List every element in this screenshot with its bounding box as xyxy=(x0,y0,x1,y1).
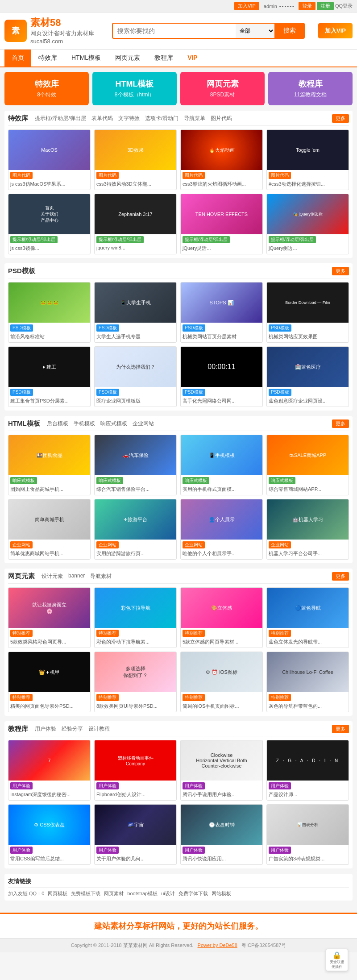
cat-block-webel[interactable]: 网页元素 8PSD素材 xyxy=(180,72,265,105)
effects-tag-5: 提示框/浮动层/弹出层 xyxy=(10,236,58,243)
psd-item-6[interactable]: 为什么选择我们？ PSD模板 医疗企业网页模板版 xyxy=(94,346,177,407)
tutorials-cat-1[interactable]: 用户体验 xyxy=(35,725,56,733)
nav-item-webel[interactable]: 网页元素 xyxy=(108,50,147,66)
effects-item-6[interactable]: Zephaniah 3:17 提示框/浮动层/弹出层 jquery win8..… xyxy=(94,194,177,254)
tut-thumb-4: Z · G · A · D · I · N xyxy=(267,740,349,781)
psd-item-4[interactable]: Border Download — Film PSD模板 机械类网站应页效果图 xyxy=(266,282,349,343)
tut-item-6[interactable]: 🌌宇宙 用户体验 关于用户体验的几何... xyxy=(94,804,177,865)
effects-cat-6[interactable]: 图片代码 xyxy=(211,115,232,122)
vip-join-btn[interactable]: 加入VIP xyxy=(318,23,353,38)
section-html: HTML模板 后台模板 手机模板 响应式模板 企业网站 更多 🍱团购食品 响应式… xyxy=(4,416,353,563)
search-button[interactable]: 搜索 xyxy=(274,23,305,39)
tut-item-3[interactable]: ClockwiseHorizontal Vertical BothCounter… xyxy=(180,740,263,801)
friend-link-6[interactable]: 免费字体下载 xyxy=(178,890,208,897)
effects-item-3[interactable]: 🔥火焰动画 图片代码 css3酷炫的火焰图循环动画... xyxy=(180,129,263,190)
nav-item-effects[interactable]: 特效库 xyxy=(31,50,64,66)
tutorials-more-btn[interactable]: 更多 xyxy=(332,725,349,733)
html-item-4[interactable]: 🛍SALE商城APP 响应式模板 综合零售商城网站APP... xyxy=(266,435,349,495)
logo[interactable]: 素 素材58 网页设计省时省力素材库 sucai58.com xyxy=(4,16,94,46)
search-input[interactable] xyxy=(112,23,236,39)
webel-cat-3[interactable]: 导航素材 xyxy=(90,573,112,580)
html-item-2[interactable]: 🚗汽车保险 响应式模板 综合汽车销售保险平台... xyxy=(94,435,177,495)
nav-item-html[interactable]: HTML模板 xyxy=(64,50,108,66)
friend-link-7[interactable]: 网站模板 xyxy=(212,890,231,897)
tut-item-2[interactable]: 盟标移看动画事件Company 用户体验 Flipboard创始人设计... xyxy=(94,740,177,801)
html-item-6[interactable]: ✈旅游平台 企业网站 实用的游踪游旅行页... xyxy=(94,499,177,560)
effects-item-8[interactable]: 🎭 jQuery侧边栏 提示框/浮动层/弹出层 jQuery侧边... xyxy=(266,194,349,254)
friend-link-3[interactable]: 网页素材 xyxy=(104,890,124,897)
html-more-btn[interactable]: 更多 xyxy=(332,419,349,428)
html-item-1[interactable]: 🍱团购食品 响应式模板 团购网上食品高城手机... xyxy=(8,435,91,495)
effects-item-4[interactable]: Toggle 'em 图片代码 #css3动选择化选择按钮... xyxy=(266,129,349,190)
tut-item-4[interactable]: Z · G · A · D · I · N 用户体验 产品设计师... xyxy=(266,740,349,801)
vip-top-btn[interactable]: 加入VIP xyxy=(234,2,259,10)
cat-block-effects[interactable]: 特效库 8个特效 xyxy=(4,72,89,105)
friend-links-title: 友情链接 xyxy=(8,877,349,888)
psd-item-3[interactable]: STOPS 📊 PSD模板 机械类网站百页分层素材 xyxy=(180,282,263,343)
security-badge[interactable]: 🔒 安全联盟无插件 xyxy=(326,949,348,952)
tutorials-cat-3[interactable]: 设计教程 xyxy=(88,725,110,733)
html-cats: 后台模板 手机模板 响应式模板 企业网站 xyxy=(47,420,332,428)
html-cat-2[interactable]: 手机模板 xyxy=(74,420,95,428)
effects-cat-5[interactable]: 导航菜单 xyxy=(184,115,205,122)
webel-item-5[interactable]: 👑 ♦ 机甲 特别推荐 精美的网页面包导素外PSD... xyxy=(8,652,91,712)
effects-more-btn[interactable]: 更多 xyxy=(332,114,349,123)
psd-item-8[interactable]: 🏥蓝色医疗 PSD模板 蓝色创意医疗企业网页设... xyxy=(266,346,349,407)
webel-item-4[interactable]: 🔵蓝色导航 特别推荐 蓝色立体发光的导航带... xyxy=(266,587,349,648)
qq-btn[interactable]: QQ登录 xyxy=(335,3,353,9)
webel-item-7[interactable]: ⚙ ⏰ iOS图标 特别推荐 简易的iOS手机页面图标... xyxy=(180,652,263,712)
webel-item-1[interactable]: 就让我挺身而立🌸 特别推荐 5款效类风格彩色网页导... xyxy=(8,587,91,648)
friend-link-1[interactable]: 网页模板 xyxy=(48,890,67,897)
friend-link-4[interactable]: bootstrap模板 xyxy=(127,890,158,897)
register-btn[interactable]: 注册 xyxy=(317,2,334,10)
html-cat-1[interactable]: 后台模板 xyxy=(47,420,68,428)
html-cat-3[interactable]: 响应式模板 xyxy=(100,420,127,428)
friend-link-2[interactable]: 免费模板下载 xyxy=(71,890,100,897)
effects-desc-7: jQuery灵活... xyxy=(181,244,262,254)
webel-item-6[interactable]: 多项选择你想到了？ 特别推荐 8款效类网页UI导素外PSD... xyxy=(94,652,177,712)
effects-item-1[interactable]: MacOS 图片代码 js css3仿MacOS苹果系... xyxy=(8,129,91,190)
footer-powered[interactable]: Power by DeDe58 xyxy=(198,943,237,948)
html-item-3[interactable]: 📱手机模板 响应式模板 实用的手机样式页面模... xyxy=(180,435,263,495)
cat-block-html[interactable]: HTML模板 8个模板（html） xyxy=(92,72,177,105)
psd-item-1[interactable]: 🐸🐸🐸 PSD模板 前沿风格标准站 xyxy=(8,282,91,343)
webel-item-3[interactable]: 🎨立体感 特别推荐 5款立体感的网页导素材... xyxy=(180,587,263,648)
effects-cat-4[interactable]: 选项卡/滑动门 xyxy=(145,115,178,122)
psd-item-7[interactable]: 00:00:11 PSD模板 高手化光照网络公司网... xyxy=(180,346,263,407)
tut-thumb-text-5: ⚙ CSS仪表盘 xyxy=(32,819,67,831)
tut-item-7[interactable]: 🕐表盘时钟 用户体验 腾讯小快说用应用... xyxy=(180,804,263,865)
tut-tag-7: 用户体验 xyxy=(183,847,205,854)
footer-copyright: Copyright © 2011-2018 某某素材网 All Rights R… xyxy=(71,943,194,948)
webel-cat-1[interactable]: 设计元素 xyxy=(42,573,63,580)
html-item-8[interactable]: 🤖机器人学习 企业网站 机器人学习平台公司手... xyxy=(266,499,349,560)
effects-item-5[interactable]: 首页关于我们产品中心 提示框/浮动层/弹出层 js css3镜像... xyxy=(8,194,91,254)
search-select[interactable]: 全部 特效库 HTML模板 网页元素 教程库 xyxy=(236,23,274,39)
nav-item-tutorials[interactable]: 教程库 xyxy=(147,50,180,66)
psd-more-btn[interactable]: 更多 xyxy=(332,267,349,275)
tut-item-8[interactable]: 📊图表分析 用户体验 广告实策的3种表规规类... xyxy=(266,804,349,865)
cat-block-tutorials[interactable]: 教程库 11篇教程文档 xyxy=(268,72,353,105)
psd-item-5[interactable]: ♦ 建工 PSD模板 建工集合首页PSD分层素... xyxy=(8,346,91,407)
login-btn[interactable]: 登录 xyxy=(299,2,315,10)
effects-item-2[interactable]: 3D效果 图片代码 css3特效风动3D立体翻... xyxy=(94,129,177,190)
effects-thumb-text-7: TEN HOVER EFFECTS xyxy=(193,209,250,219)
tutorials-cat-2[interactable]: 经验分享 xyxy=(62,725,83,733)
nav-item-vip[interactable]: VIP xyxy=(180,50,205,66)
effects-item-7[interactable]: TEN HOVER EFFECTS 提示框/浮动层/弹出层 jQuery灵活..… xyxy=(180,194,263,254)
webel-item-2[interactable]: 彩色下拉导航 特别推荐 彩色的滑动下拉导航素... xyxy=(94,587,177,648)
psd-item-2[interactable]: 📱大学生手机 PSD模板 大学生人选手机专题 xyxy=(94,282,177,343)
webel-cat-2[interactable]: banner xyxy=(68,573,85,580)
nav-item-home[interactable]: 首页 xyxy=(4,50,31,66)
webel-more-btn[interactable]: 更多 xyxy=(332,572,349,581)
effects-cat-3[interactable]: 文字特效 xyxy=(118,115,140,122)
effects-cat-2[interactable]: 表单代码 xyxy=(91,115,113,122)
tut-item-5[interactable]: ⚙ CSS仪表盘 用户体验 常用CSS编写前后总结... xyxy=(8,804,91,865)
html-cat-4[interactable]: 企业网站 xyxy=(133,420,154,428)
webel-item-8[interactable]: Chillhouse Lo-Fi Coffee 特别推荐 灰色的导航栏带蓝色的.… xyxy=(266,652,349,712)
html-item-7[interactable]: 👤个人展示 企业网站 唯他的个人个相展示手... xyxy=(180,499,263,560)
webel-desc-3: 5款立体感的网页导素材... xyxy=(181,638,262,648)
html-item-5[interactable]: 简单商城手机 企业网站 简单优惠商城网站手机... xyxy=(8,499,91,560)
effects-cat-1[interactable]: 提示框/浮动层/弹出层 xyxy=(35,115,86,122)
tut-item-1[interactable]: 7 用户体验 Instagram深度馁後的秘密... xyxy=(8,740,91,801)
friend-link-5[interactable]: ui设计 xyxy=(161,890,175,897)
